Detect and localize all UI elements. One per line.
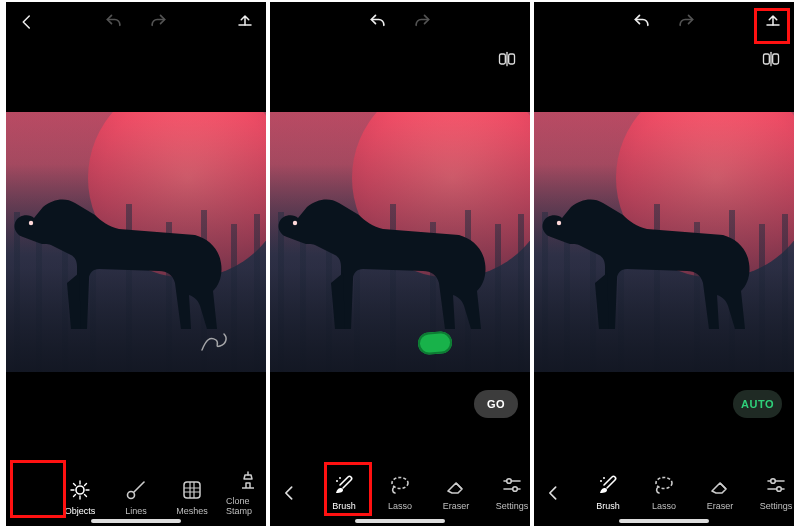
top-bar [6,2,266,42]
tool-label: Brush [332,501,356,511]
screen-3: AUTO Brush Lasso Eraser [534,2,794,526]
settings-icon [500,473,524,497]
svg-point-19 [777,487,782,492]
tool-clonestamp[interactable]: Clone Stamp [220,464,266,522]
undo-icon[interactable] [631,11,653,33]
dog-silhouette [9,163,259,338]
image-canvas[interactable] [270,112,530,372]
tool-label: Lasso [652,501,676,511]
tool-label: Clone Stamp [226,496,266,516]
tool-label: Eraser [443,501,470,511]
compare-icon[interactable] [496,48,518,70]
svg-point-7 [336,480,338,482]
lines-icon [124,478,148,502]
svg-point-10 [507,479,512,484]
tool-label: Lines [125,506,147,516]
arrow-left-icon[interactable] [279,482,301,504]
svg-point-8 [339,477,341,479]
top-bar [270,2,530,42]
svg-point-1 [76,486,84,494]
export-icon[interactable] [234,11,256,33]
scribble-mark [200,330,230,354]
redo-icon[interactable] [147,11,169,33]
tool-label: Brush [596,501,620,511]
chip-label: AUTO [741,398,774,410]
tool-settings[interactable]: Settings [748,469,794,517]
svg-rect-13 [773,54,779,64]
export-icon[interactable] [762,11,784,33]
redo-icon[interactable] [411,11,433,33]
lasso-icon [652,473,676,497]
tool-lines[interactable]: Lines [108,474,164,522]
svg-rect-12 [764,54,770,64]
brush-icon [332,473,356,497]
chip-label: GO [487,398,505,410]
auto-button[interactable]: AUTO [733,390,782,418]
tool-label: Settings [760,501,793,511]
tool-eraser[interactable]: Eraser [692,469,748,517]
svg-point-0 [29,221,33,225]
bottom-toolbar: Brush Lasso Eraser Settings [270,460,530,526]
eraser-icon [708,473,732,497]
brush-icon [596,473,620,497]
go-button[interactable]: GO [474,390,518,418]
svg-point-14 [557,221,561,225]
svg-rect-4 [500,54,506,64]
svg-point-16 [603,477,605,479]
tool-brush[interactable]: Brush [316,469,372,517]
compare-icon[interactable] [760,48,782,70]
brush-mask-stroke [417,331,452,355]
top-bar [534,2,794,42]
undo-icon[interactable] [367,11,389,33]
meshes-icon [180,478,204,502]
tool-lasso[interactable]: Lasso [636,469,692,517]
bottom-toolbar: Objects Lines Meshes Clone Stamp [6,460,266,526]
dog-silhouette [537,163,787,338]
eraser-icon [444,473,468,497]
tool-label: Settings [496,501,529,511]
arrow-left-icon[interactable] [543,482,565,504]
tool-label: Eraser [707,501,734,511]
svg-point-6 [293,221,297,225]
svg-point-18 [771,479,776,484]
tool-meshes[interactable]: Meshes [164,474,220,522]
tool-lasso[interactable]: Lasso [372,469,428,517]
tool-brush[interactable]: Brush [580,469,636,517]
svg-point-11 [513,487,518,492]
tool-eraser[interactable]: Eraser [428,469,484,517]
tool-objects[interactable]: Objects [52,474,108,522]
tool-settings[interactable]: Settings [484,469,530,517]
clonestamp-icon [236,468,260,492]
screen-1: Objects Lines Meshes Clone Stamp [6,2,266,526]
objects-icon [68,478,92,502]
tool-label: Lasso [388,501,412,511]
image-canvas[interactable] [534,112,794,372]
image-canvas[interactable] [6,112,266,372]
settings-icon [764,473,788,497]
screen-2: GO Brush Lasso Eraser [270,2,530,526]
home-indicator [91,519,181,523]
tool-label: Meshes [176,506,208,516]
home-indicator [619,519,709,523]
undo-icon[interactable] [103,11,125,33]
lasso-icon [388,473,412,497]
bottom-toolbar: Brush Lasso Eraser Settings [534,460,794,526]
svg-rect-3 [184,482,200,498]
redo-icon[interactable] [675,11,697,33]
back-icon[interactable] [16,11,38,33]
svg-point-15 [600,480,602,482]
svg-rect-5 [509,54,515,64]
tool-label: Objects [65,506,96,516]
dog-silhouette [273,163,523,338]
home-indicator [355,519,445,523]
